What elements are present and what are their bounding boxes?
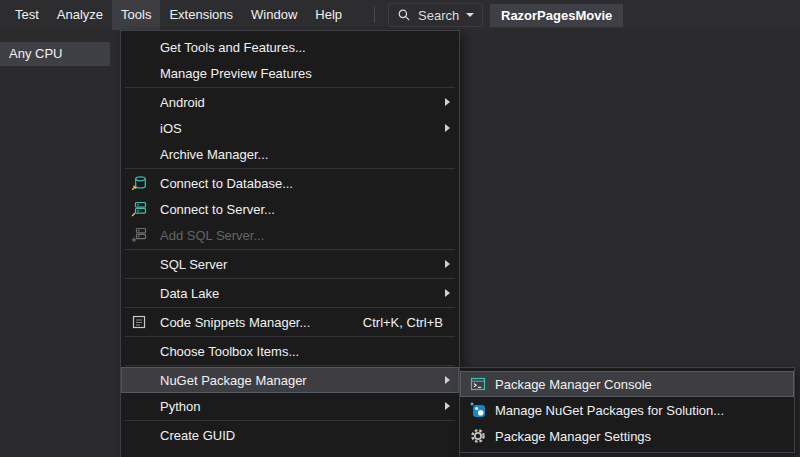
tools-menu-popup: Get Tools and Features... Manage Preview… (120, 30, 460, 457)
submenu-item-label: Package Manager Console (495, 377, 652, 392)
menu-bar: Test Analyze Tools Extensions Window Hel… (0, 0, 800, 30)
menu-separator (125, 168, 455, 169)
menu-separator (125, 420, 455, 421)
chevron-down-icon (466, 13, 474, 17)
menu-item-label: Add SQL Server... (160, 228, 264, 243)
submenu-item-label: Package Manager Settings (495, 429, 651, 444)
menu-item-add-sql-server[interactable]: Add SQL Server... (121, 222, 459, 248)
submenu-arrow-icon (445, 289, 450, 297)
menu-item-label: Create GUID (160, 428, 235, 443)
menu-separator (125, 365, 455, 366)
submenu-arrow-icon (445, 376, 450, 384)
menubar-item-extensions[interactable]: Extensions (160, 0, 242, 30)
menu-separator (125, 249, 455, 250)
menu-item-label: Archive Manager... (160, 147, 268, 162)
menu-item-archive-manager[interactable]: Archive Manager... (121, 141, 459, 167)
menubar-item-window[interactable]: Window (242, 0, 306, 30)
nuget-submenu-popup: Package Manager Console Manage NuGet Pac… (459, 367, 795, 453)
menu-item-manage-preview-features[interactable]: Manage Preview Features (121, 60, 459, 86)
code-snippets-icon (131, 314, 147, 330)
submenu-item-label: Manage NuGet Packages for Solution... (495, 403, 724, 418)
search-icon (397, 8, 411, 22)
menu-item-choose-toolbox-items[interactable]: Choose Toolbox Items... (121, 338, 459, 364)
menu-item-get-tools-and-features[interactable]: Get Tools and Features... (121, 34, 459, 60)
menu-item-connect-to-server[interactable]: Connect to Server... (121, 196, 459, 222)
menu-item-label: Manage Preview Features (160, 66, 312, 81)
menu-separator (125, 278, 455, 279)
search-label: Search (418, 8, 459, 23)
submenu-arrow-icon (445, 98, 450, 106)
submenu-arrow-icon (445, 124, 450, 132)
platform-dropdown[interactable]: Any CPU (0, 42, 110, 66)
platform-dropdown-value: Any CPU (9, 46, 62, 61)
submenu-item-package-manager-console[interactable]: Package Manager Console (460, 371, 794, 397)
menu-item-create-guid[interactable]: Create GUID (121, 422, 459, 448)
menubar-item-tools[interactable]: Tools (112, 0, 160, 30)
menu-item-connect-to-database[interactable]: Connect to Database... (121, 170, 459, 196)
submenu-arrow-icon (445, 402, 450, 410)
menu-item-label: SQL Server (160, 257, 227, 272)
project-name-badge[interactable]: RazorPagesMovie (490, 4, 623, 27)
menu-item-label: NuGet Package Manager (160, 373, 307, 388)
search-box[interactable]: Search (388, 3, 483, 27)
menu-item-label: Code Snippets Manager... (160, 315, 310, 330)
menubar-item-help[interactable]: Help (306, 0, 351, 30)
gear-icon (470, 428, 486, 444)
connect-database-icon (131, 175, 147, 191)
add-sql-server-icon (131, 227, 147, 243)
menu-separator (125, 307, 455, 308)
menu-separator (125, 336, 455, 337)
menu-item-label: Connect to Database... (160, 176, 293, 191)
menu-item-label: Data Lake (160, 286, 219, 301)
menu-item-code-snippets-manager[interactable]: Code Snippets Manager... Ctrl+K, Ctrl+B (121, 309, 459, 335)
menu-item-label: Connect to Server... (160, 202, 275, 217)
submenu-item-package-manager-settings[interactable]: Package Manager Settings (460, 423, 794, 449)
menu-item-shortcut: Ctrl+K, Ctrl+B (363, 315, 451, 330)
menu-item-label: Android (160, 95, 205, 110)
menu-item-label: Get Tools and Features... (160, 40, 306, 55)
menu-item-sql-server[interactable]: SQL Server (121, 251, 459, 277)
menu-item-ios[interactable]: iOS (121, 115, 459, 141)
console-icon (470, 376, 486, 392)
menu-item-nuget-package-manager[interactable]: NuGet Package Manager (121, 367, 459, 393)
submenu-arrow-icon (445, 260, 450, 268)
connect-server-icon (131, 201, 147, 217)
menu-item-label: Choose Toolbox Items... (160, 344, 299, 359)
titlebar-separator (374, 7, 375, 23)
submenu-item-manage-nuget-packages-for-solution[interactable]: Manage NuGet Packages for Solution... (460, 397, 794, 423)
menu-item-android[interactable]: Android (121, 89, 459, 115)
menu-item-label: iOS (160, 121, 182, 136)
visual-studio-window: Test Analyze Tools Extensions Window Hel… (0, 0, 800, 457)
menu-item-data-lake[interactable]: Data Lake (121, 280, 459, 306)
menubar-item-test[interactable]: Test (6, 0, 48, 30)
menu-item-python[interactable]: Python (121, 393, 459, 419)
nuget-icon (470, 402, 486, 418)
menubar-item-analyze[interactable]: Analyze (48, 0, 112, 30)
menu-separator (125, 87, 455, 88)
menu-item-label: Python (160, 399, 200, 414)
